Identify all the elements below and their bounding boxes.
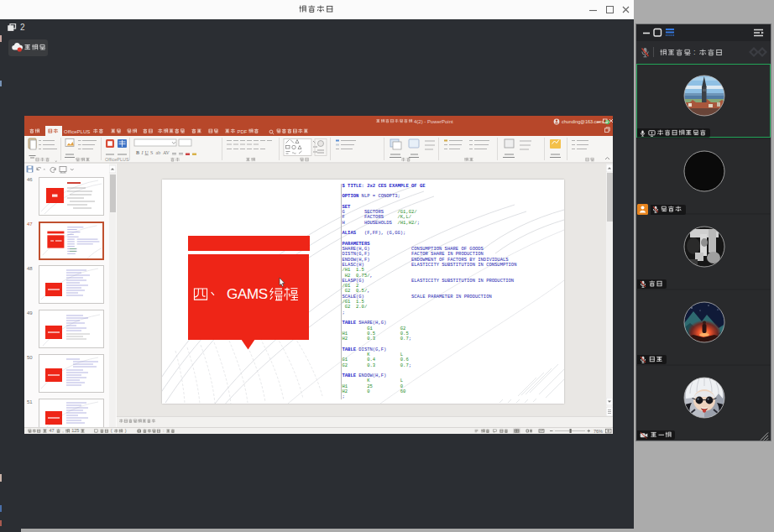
svg-text:U: U [145,150,149,155]
svg-text:OfficePLUS: OfficePLUS [105,157,129,162]
svg-text:76%: 76% [594,429,603,434]
svg-text:B: B [136,150,139,155]
svg-text:S: S [150,150,153,155]
svg-text:ab: ab [156,150,161,155]
svg-text:AV: AV [163,150,170,155]
